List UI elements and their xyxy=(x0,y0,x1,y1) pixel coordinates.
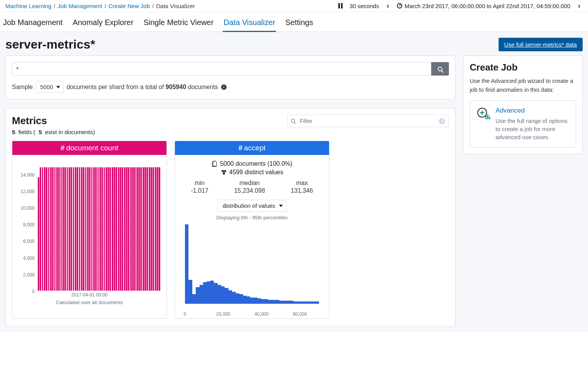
create-job-title: Create Job xyxy=(470,62,576,73)
search-icon xyxy=(291,119,295,123)
svg-rect-8 xyxy=(489,117,490,119)
info-icon[interactable]: i xyxy=(221,84,227,90)
use-full-data-button[interactable]: Use full server-metrics* data xyxy=(499,38,583,51)
date-range-text: March 23rd 2017, 06:00:00.000 to April 2… xyxy=(405,3,570,9)
card-header-accept: #accept xyxy=(175,141,329,155)
breadcrumb: Machine Learning / Job Management / Crea… xyxy=(5,3,195,9)
card-accept: #accept 5000 documents (100.0%) 4599 dis… xyxy=(175,141,329,319)
tab-anomaly-explorer[interactable]: Anomaly Explorer xyxy=(72,16,134,32)
fields-count: 5 fields ( 5 exist in documents) xyxy=(12,129,449,135)
svg-rect-6 xyxy=(486,116,487,119)
advanced-icon xyxy=(476,107,490,121)
clear-filter-icon[interactable]: ✕ xyxy=(439,118,445,124)
x-tick: 2017-04-01 00:00 xyxy=(71,292,108,298)
docs-count: 5000 documents (100.0%) xyxy=(220,160,292,167)
breadcrumb-link-0[interactable]: Machine Learning xyxy=(5,3,51,9)
svg-point-2 xyxy=(223,172,225,175)
distribution-chart: 020,00040,00060,000 xyxy=(178,224,326,313)
search-icon xyxy=(438,67,442,71)
search-panel: Sample 5000 documents per shard from a t… xyxy=(5,56,455,99)
median-label: median xyxy=(234,180,265,187)
nav-tabs: Job Management Anomaly Explorer Single M… xyxy=(0,12,588,32)
metrics-title: Metrics xyxy=(12,115,47,127)
distinct-count: 4599 distinct values xyxy=(229,169,284,176)
card-header-document-count: #document count xyxy=(12,141,166,155)
refresh-interval[interactable]: 30 seconds xyxy=(349,3,379,9)
breadcrumb-link-1[interactable]: Job Management xyxy=(57,3,102,9)
breadcrumb-link-3[interactable]: Data Visualizer xyxy=(156,3,195,9)
page-title: server-metrics* xyxy=(5,37,95,52)
time-range[interactable]: March 23rd 2017, 06:00:00.000 to April 2… xyxy=(397,3,570,9)
max-value: 131,346 xyxy=(291,187,313,194)
pause-icon[interactable] xyxy=(337,2,344,9)
median-value: 15,234.098 xyxy=(234,187,265,194)
tab-single-metric[interactable]: Single Metric Viewer xyxy=(143,16,214,32)
advanced-title: Advanced xyxy=(496,107,570,114)
filter-input[interactable] xyxy=(287,114,449,127)
tab-job-management[interactable]: Job Management xyxy=(2,16,64,32)
document-count-chart: 02,0004,0006,0008,00010,00012,00014,000 … xyxy=(15,159,163,305)
chart-note: Calculated over all documents xyxy=(15,300,163,305)
svg-rect-7 xyxy=(487,114,489,119)
chevron-down-icon xyxy=(56,86,60,88)
min-label: min xyxy=(191,180,208,187)
min-value: -1,017 xyxy=(191,187,208,194)
tab-settings[interactable]: Settings xyxy=(284,16,314,32)
tab-data-visualizer[interactable]: Data Visualizer xyxy=(223,16,276,32)
create-job-panel: Create Job Use the Advanced job wizard t… xyxy=(463,56,583,154)
total-docs: 905940 xyxy=(166,84,186,90)
prev-time-icon[interactable]: ‹ xyxy=(385,2,391,9)
distinct-icon xyxy=(221,169,227,175)
clock-icon xyxy=(397,3,402,8)
sample-label: Sample xyxy=(12,84,33,91)
metrics-panel: Metrics ✕ 5 fields ( 5 exist in document… xyxy=(5,108,455,327)
advanced-desc: Use the full range of options to create … xyxy=(496,117,570,141)
card-document-count: #document count 02,0004,0006,0008,00010,… xyxy=(12,141,167,319)
chevron-down-icon xyxy=(279,205,283,207)
svg-point-0 xyxy=(222,170,224,172)
sample-select[interactable]: 5000 xyxy=(36,81,63,93)
next-time-icon[interactable]: › xyxy=(576,2,583,9)
advanced-job-card[interactable]: Advanced Use the full range of options t… xyxy=(470,100,576,148)
svg-point-1 xyxy=(224,170,226,172)
search-button[interactable] xyxy=(431,62,449,76)
documents-icon xyxy=(212,161,218,167)
breadcrumb-link-2[interactable]: Create New Job xyxy=(109,3,150,9)
create-job-desc: Use the Advanced job wizard to create a … xyxy=(470,77,576,94)
sample-row: Sample 5000 documents per shard from a t… xyxy=(12,81,449,93)
search-input[interactable] xyxy=(12,62,431,76)
max-label: max xyxy=(291,180,313,187)
percentile-note: Displaying 0th - 95th percentiles xyxy=(178,215,326,220)
distribution-select[interactable]: distribution of values xyxy=(218,200,287,212)
